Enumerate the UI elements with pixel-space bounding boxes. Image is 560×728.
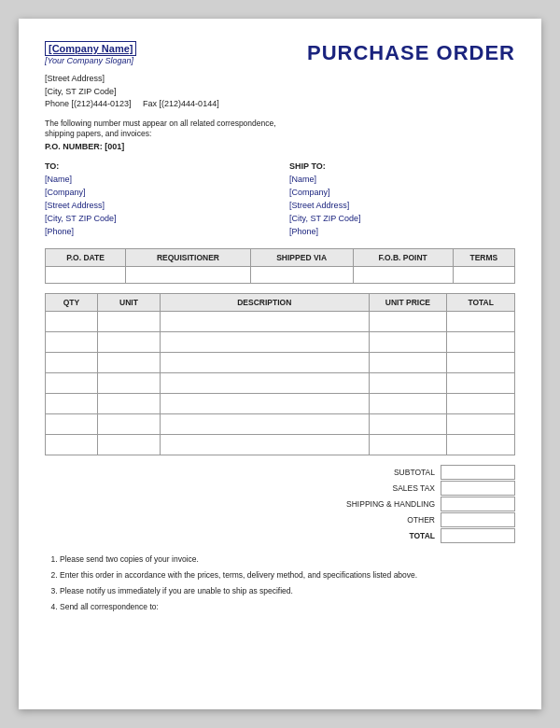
total-cell[interactable] bbox=[447, 413, 515, 434]
sales-tax-label: SALES TAX bbox=[319, 483, 441, 493]
total-value[interactable] bbox=[441, 528, 515, 543]
desc-cell[interactable] bbox=[160, 413, 369, 434]
company-city: [City, ST ZIP Code] bbox=[45, 86, 515, 99]
desc-cell[interactable] bbox=[160, 393, 369, 413]
shipping-label: SHIPPING & HANDLING bbox=[319, 499, 441, 509]
notice-text: The following number must appear on all … bbox=[45, 119, 287, 141]
totals-section: SUBTOTAL SALES TAX SHIPPING & HANDLING O… bbox=[45, 465, 515, 544]
col-shipped-via: SHIPPED VIA bbox=[250, 248, 353, 266]
unit-cell[interactable] bbox=[97, 434, 160, 455]
price-cell[interactable] bbox=[369, 393, 447, 413]
price-cell[interactable] bbox=[369, 352, 447, 372]
total-cell[interactable] bbox=[447, 393, 515, 413]
qty-cell[interactable] bbox=[46, 331, 98, 352]
shipping-value[interactable] bbox=[441, 497, 515, 511]
col-qty: QTY bbox=[46, 293, 98, 311]
item-row[interactable] bbox=[46, 331, 515, 352]
sales-tax-row: SALES TAX bbox=[319, 481, 515, 496]
qty-cell[interactable] bbox=[46, 434, 98, 455]
purchase-order-page: [Company Name] [Your Company Slogan] PUR… bbox=[19, 19, 541, 709]
qty-cell[interactable] bbox=[46, 393, 98, 413]
price-cell[interactable] bbox=[369, 372, 447, 393]
item-row[interactable] bbox=[46, 352, 515, 372]
unit-cell[interactable] bbox=[97, 413, 160, 434]
footer-item-3: Please notify us immediately if you are … bbox=[60, 585, 515, 597]
total-cell[interactable] bbox=[447, 372, 515, 393]
to-label: TO: bbox=[45, 161, 271, 174]
to-section: TO: [Name] [Company] [Street Address] [C… bbox=[45, 161, 271, 239]
page-title: PURCHASE ORDER bbox=[307, 41, 515, 65]
to-city: [City, ST ZIP Code] bbox=[45, 213, 271, 226]
order-info-table: P.O. DATE REQUISITIONER SHIPPED VIA F.O.… bbox=[45, 248, 515, 284]
desc-cell[interactable] bbox=[160, 352, 369, 372]
desc-cell[interactable] bbox=[160, 331, 369, 352]
item-row[interactable] bbox=[46, 372, 515, 393]
qty-cell[interactable] bbox=[46, 413, 98, 434]
requisitioner-cell[interactable] bbox=[126, 266, 251, 283]
company-block: [Company Name] [Your Company Slogan] bbox=[45, 41, 136, 65]
company-address: [Street Address] [City, ST ZIP Code] Pho… bbox=[45, 73, 515, 111]
total-row: TOTAL bbox=[319, 528, 515, 543]
subtotal-label: SUBTOTAL bbox=[319, 468, 441, 477]
total-cell[interactable] bbox=[447, 311, 515, 331]
col-unit: UNIT bbox=[97, 293, 160, 311]
unit-cell[interactable] bbox=[97, 331, 160, 352]
qty-cell[interactable] bbox=[46, 311, 98, 331]
shipped-via-cell[interactable] bbox=[250, 266, 353, 283]
col-po-date: P.O. DATE bbox=[46, 248, 126, 266]
col-fob-point: F.O.B. POINT bbox=[353, 248, 453, 266]
desc-cell[interactable] bbox=[160, 311, 369, 331]
company-name: [Company Name] bbox=[45, 41, 136, 56]
col-requisitioner: REQUISITIONER bbox=[126, 248, 251, 266]
ship-to-section: SHIP TO: [Name] [Company] [Street Addres… bbox=[289, 161, 515, 239]
company-phone: Phone [(212)444-0123] bbox=[45, 99, 132, 108]
col-terms: TERMS bbox=[453, 248, 514, 266]
po-number: P.O. NUMBER: [001] bbox=[45, 142, 515, 151]
desc-cell[interactable] bbox=[160, 434, 369, 455]
to-street: [Street Address] bbox=[45, 200, 271, 213]
item-row[interactable] bbox=[46, 434, 515, 455]
item-row[interactable] bbox=[46, 311, 515, 331]
ship-to-name: [Name] bbox=[289, 174, 515, 187]
shipping-row: SHIPPING & HANDLING bbox=[319, 497, 515, 511]
footer-item-1: Please send two copies of your invoice. bbox=[60, 553, 515, 566]
unit-cell[interactable] bbox=[97, 352, 160, 372]
items-table: QTY UNIT DESCRIPTION UNIT PRICE TOTAL bbox=[45, 293, 515, 455]
total-cell[interactable] bbox=[447, 352, 515, 372]
ship-to-street: [Street Address] bbox=[289, 200, 515, 213]
po-date-cell[interactable] bbox=[46, 266, 126, 283]
sales-tax-value[interactable] bbox=[441, 481, 515, 496]
total-cell[interactable] bbox=[447, 434, 515, 455]
col-total: TOTAL bbox=[447, 293, 515, 311]
unit-cell[interactable] bbox=[97, 372, 160, 393]
ship-to-phone: [Phone] bbox=[289, 226, 515, 239]
ship-to-label: SHIP TO: bbox=[289, 161, 515, 174]
terms-cell[interactable] bbox=[453, 266, 514, 283]
price-cell[interactable] bbox=[369, 434, 447, 455]
fob-point-cell[interactable] bbox=[353, 266, 453, 283]
price-cell[interactable] bbox=[369, 331, 447, 352]
ship-to-city: [City, ST ZIP Code] bbox=[289, 213, 515, 226]
col-description: DESCRIPTION bbox=[160, 293, 369, 311]
qty-cell[interactable] bbox=[46, 352, 98, 372]
desc-cell[interactable] bbox=[160, 372, 369, 393]
total-cell[interactable] bbox=[447, 331, 515, 352]
item-row[interactable] bbox=[46, 413, 515, 434]
order-info-row[interactable] bbox=[46, 266, 515, 283]
total-label: TOTAL bbox=[319, 531, 441, 540]
other-label: OTHER bbox=[319, 515, 441, 525]
subtotal-value[interactable] bbox=[441, 465, 515, 480]
company-street: [Street Address] bbox=[45, 73, 515, 86]
other-value[interactable] bbox=[441, 512, 515, 527]
to-company: [Company] bbox=[45, 187, 271, 200]
to-phone: [Phone] bbox=[45, 226, 271, 239]
header-row: [Company Name] [Your Company Slogan] PUR… bbox=[45, 41, 515, 65]
qty-cell[interactable] bbox=[46, 372, 98, 393]
item-row[interactable] bbox=[46, 393, 515, 413]
price-cell[interactable] bbox=[369, 413, 447, 434]
price-cell[interactable] bbox=[369, 311, 447, 331]
unit-cell[interactable] bbox=[97, 393, 160, 413]
subtotal-row: SUBTOTAL bbox=[319, 465, 515, 480]
col-unit-price: UNIT PRICE bbox=[369, 293, 447, 311]
unit-cell[interactable] bbox=[97, 311, 160, 331]
